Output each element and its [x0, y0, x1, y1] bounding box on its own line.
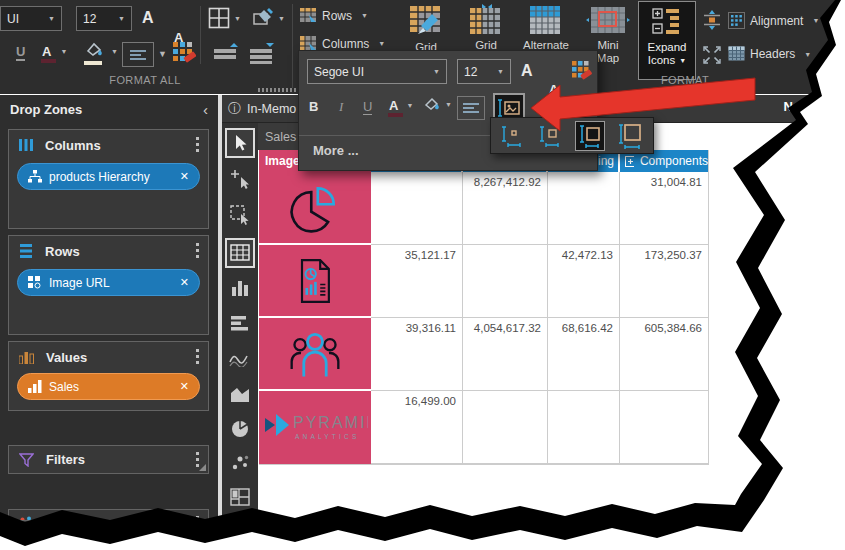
- headers-button[interactable]: Headers ▼: [728, 46, 811, 62]
- grid-cell[interactable]: 605,384.66: [620, 318, 708, 391]
- grid-cell[interactable]: [548, 172, 620, 245]
- toolbar-font-color-button[interactable]: A ▼: [389, 98, 413, 113]
- toolbar-align-button[interactable]: [457, 96, 485, 120]
- ribbon-size-select[interactable]: 12 ▼: [76, 6, 132, 31]
- dropdown-caret-icon: ▼: [406, 102, 413, 109]
- borders-button[interactable]: ▼: [208, 7, 241, 29]
- ribbon-font-select[interactable]: UI ▼: [0, 6, 62, 31]
- column-chart-button[interactable]: [229, 276, 251, 298]
- menu-dots-icon[interactable]: [196, 137, 200, 153]
- underline-button[interactable]: U: [16, 44, 25, 61]
- clear-format-button[interactable]: ▼: [252, 7, 285, 29]
- alignment-button[interactable]: Alignment ▼: [728, 12, 819, 29]
- chip-image-url[interactable]: Image URL ✕: [17, 269, 200, 296]
- align-button[interactable]: ▼: [122, 42, 167, 67]
- more-options-link[interactable]: More ...: [313, 143, 359, 158]
- values-bars-icon: [19, 350, 34, 364]
- add-point-tool-button[interactable]: [229, 168, 251, 190]
- grid-cell[interactable]: 8,267,412.92: [463, 172, 548, 245]
- menu-dots-icon[interactable]: [196, 452, 200, 468]
- row-header-people-image[interactable]: [259, 318, 371, 391]
- toolbar-decrease-font-button[interactable]: A▲: [549, 82, 845, 97]
- grid-cell[interactable]: 39,316.11: [371, 318, 463, 391]
- chip-label: Sales: [49, 380, 79, 394]
- rows-icon: [19, 244, 33, 258]
- toolbar-increase-font-button[interactable]: A▲: [521, 62, 819, 80]
- grid-visual-button[interactable]: [225, 238, 255, 268]
- treemap-chart-button[interactable]: [229, 486, 251, 508]
- menu-dots-icon[interactable]: [196, 349, 200, 365]
- dropdown-caret-icon: ▼: [48, 15, 55, 22]
- bar-chart-button[interactable]: [229, 312, 251, 334]
- grid-cell[interactable]: [371, 172, 463, 245]
- line-chart-button[interactable]: [229, 348, 251, 370]
- ribbon-separator: [200, 6, 201, 64]
- font-color-button[interactable]: A ▼: [42, 44, 67, 59]
- grid-cell[interactable]: 173,250.37: [620, 245, 708, 318]
- ribbon-size-value: 12: [83, 12, 96, 26]
- image-size-small-option[interactable]: [499, 123, 525, 149]
- in-memory-tab[interactable]: ⓘ In-Memo: [228, 100, 296, 118]
- pie-chart-button[interactable]: [229, 418, 251, 440]
- remove-chip-icon[interactable]: ✕: [180, 276, 189, 289]
- gauge-chart-button[interactable]: [229, 520, 251, 542]
- grid-cell[interactable]: 68,616.42: [548, 318, 620, 391]
- image-size-large-icon: [578, 124, 602, 148]
- fill-color-button[interactable]: ▼: [84, 41, 118, 61]
- expand-plus-icon[interactable]: [625, 156, 634, 167]
- columns-drop-zone[interactable]: Columns products Hierarchy ✕: [8, 129, 209, 229]
- remove-chip-icon[interactable]: ✕: [180, 170, 189, 183]
- menu-dots-icon[interactable]: [196, 523, 200, 539]
- partial-drop-zone[interactable]: [8, 520, 209, 542]
- format-grid-colors-button[interactable]: [172, 41, 196, 69]
- rows-drop-zone[interactable]: Rows Image URL ✕: [8, 235, 209, 335]
- grid-style-button[interactable]: Grid: [398, 4, 454, 54]
- rows-zone-label: Rows: [45, 244, 80, 259]
- filters-drop-zone[interactable]: Filters: [8, 445, 209, 474]
- grid-cell[interactable]: 35,121.17: [371, 245, 463, 318]
- row-height-decrease-button[interactable]: [248, 42, 276, 68]
- grid-cell[interactable]: [463, 245, 548, 318]
- chip-sales[interactable]: Sales ✕: [17, 373, 200, 400]
- pointer-tool-button[interactable]: [225, 128, 255, 158]
- row-header-report-image[interactable]: [259, 245, 371, 318]
- grid-paintbrush-icon: [408, 4, 444, 36]
- select-region-tool-button[interactable]: [229, 204, 251, 226]
- area-chart-button[interactable]: [229, 383, 251, 405]
- row-header-logo-image[interactable]: PYRAMID ANALYTICS: [259, 391, 371, 464]
- bold-button[interactable]: B: [309, 99, 318, 114]
- values-drop-zone[interactable]: Values Sales ✕: [8, 341, 209, 411]
- columns-icon: [19, 138, 33, 152]
- image-size-medium-option[interactable]: [537, 123, 563, 149]
- toolbar-font-select[interactable]: Segoe UI ▼: [307, 59, 447, 84]
- rows-format-button[interactable]: Rows ▼: [300, 8, 368, 23]
- grid-cell[interactable]: [463, 391, 548, 464]
- chip-products-hierarchy[interactable]: products Hierarchy ✕: [17, 163, 200, 190]
- grid-cell[interactable]: [620, 391, 708, 464]
- distribute-rows-button[interactable]: [702, 10, 722, 34]
- image-size-small-icon: [500, 124, 524, 148]
- underline-button[interactable]: U: [363, 99, 372, 115]
- toolbar-colorful-grid-button[interactable]: [571, 60, 593, 86]
- image-size-xlarge-option[interactable]: [617, 123, 643, 149]
- collapse-panel-icon[interactable]: ‹: [203, 101, 208, 118]
- scatter-chart-button[interactable]: [229, 452, 251, 474]
- remove-chip-icon[interactable]: ✕: [180, 380, 189, 393]
- alternate-rows-button[interactable]: Alternate: [518, 4, 574, 52]
- grid-cell[interactable]: 4,054,617.32: [463, 318, 548, 391]
- grid-cell[interactable]: 16,499.00: [371, 391, 463, 464]
- columns-format-button[interactable]: Columns ▼: [300, 36, 385, 51]
- grid-cell[interactable]: 42,472.13: [548, 245, 620, 318]
- menu-dots-icon[interactable]: [196, 243, 200, 259]
- grid-cell[interactable]: [548, 391, 620, 464]
- row-header-pie-image[interactable]: [259, 172, 371, 245]
- people-group-image: [287, 326, 343, 382]
- toolbar-fill-color-button[interactable]: ▼: [423, 96, 452, 112]
- grid-cell[interactable]: 31,004.81: [620, 172, 708, 245]
- row-height-increase-button[interactable]: [212, 42, 240, 68]
- grid-layout-button[interactable]: Grid: [458, 4, 514, 52]
- image-size-large-option[interactable]: [575, 121, 605, 151]
- italic-button[interactable]: I: [339, 99, 343, 115]
- paint-bucket-icon: [423, 96, 441, 112]
- toolbar-size-select[interactable]: 12 ▼: [457, 59, 511, 84]
